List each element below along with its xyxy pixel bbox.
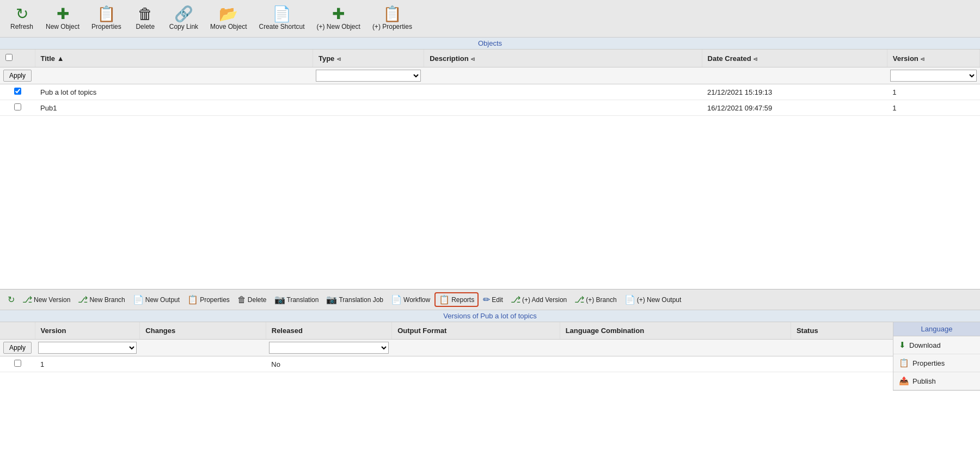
- add-version-icon: ⎇: [511, 294, 520, 305]
- refresh-bottom-icon: ↻: [8, 294, 15, 305]
- vth-checkbox: [0, 322, 35, 340]
- row1-title: Pub a lot of topics: [35, 84, 313, 100]
- refresh-label: Refresh: [10, 23, 33, 30]
- download-icon: ⬇: [899, 340, 906, 350]
- reports-button[interactable]: 📋 Reports: [434, 292, 479, 307]
- download-label: Download: [909, 341, 941, 349]
- new-object-plus-button[interactable]: ✚ (+) New Object: [313, 4, 365, 33]
- row2-checkbox[interactable]: [14, 103, 21, 110]
- lower-table-scroll[interactable]: Version Changes Released Output Format L: [0, 322, 980, 474]
- delete-button[interactable]: 🗑 Delete: [129, 4, 162, 33]
- row1-date: 21/12/2021 15:19:13: [702, 84, 887, 100]
- type-filter-select[interactable]: [316, 70, 420, 82]
- bottom-toolbar: ↻ ⎇ New Version ⎇ New Branch 📄 New Outpu…: [0, 289, 980, 310]
- refresh-icon: ↻: [16, 7, 28, 22]
- vth-released[interactable]: Released: [266, 322, 391, 340]
- move-object-button[interactable]: 📂 Move Object: [206, 4, 251, 33]
- context-menu: Language ⬇ Download 📋 Properties 📤 Publi…: [893, 322, 980, 391]
- row2-description: [424, 100, 702, 116]
- new-object-button[interactable]: ✚ New Object: [41, 4, 84, 33]
- new-object-label: New Object: [46, 23, 79, 30]
- row2-date: 16/12/2021 09:47:59: [702, 100, 887, 116]
- delete-bottom-icon: 🗑: [237, 295, 246, 305]
- reports-icon: 📋: [439, 294, 450, 305]
- create-shortcut-icon: 📄: [272, 7, 291, 22]
- vrow1-output-format: [392, 356, 560, 372]
- cm-properties-label: Properties: [912, 359, 945, 367]
- vth-version[interactable]: Version: [35, 322, 140, 340]
- th-title[interactable]: Title ▲: [35, 50, 313, 67]
- translation-button[interactable]: 📷 Translation: [271, 293, 322, 306]
- copy-link-label: Copy Link: [169, 23, 198, 30]
- apply-button-top[interactable]: Apply: [3, 70, 32, 82]
- upper-table-area: Title ▲ Type ⊲ Description ⊲ Date Create…: [0, 50, 980, 289]
- new-version-label: New Version: [34, 296, 70, 304]
- properties-bottom-button[interactable]: 📋 Properties: [184, 293, 233, 306]
- version-num-filter[interactable]: [38, 342, 137, 354]
- th-description[interactable]: Description ⊲: [424, 50, 702, 67]
- filter-type-cell: [313, 67, 424, 84]
- publish-label: Publish: [912, 377, 936, 385]
- version-filter-select[interactable]: [890, 70, 976, 82]
- th-description-label: Description ⊲: [430, 54, 475, 63]
- objects-table: Title ▲ Type ⊲ Description ⊲ Date Create…: [0, 50, 980, 116]
- vth-output-format[interactable]: Output Format: [392, 322, 560, 340]
- delete-label: Delete: [136, 23, 155, 30]
- th-date-created[interactable]: Date Created ⊲: [702, 50, 887, 67]
- workflow-button[interactable]: 📄 Workflow: [388, 293, 433, 306]
- delete-icon: 🗑: [138, 7, 153, 22]
- refresh-button[interactable]: ↻ Refresh: [5, 4, 38, 33]
- filter-row: Apply: [0, 67, 980, 84]
- workflow-icon: 📄: [391, 294, 402, 305]
- apply-button-bottom[interactable]: Apply: [3, 342, 32, 354]
- vrow1-checkbox[interactable]: [14, 360, 21, 367]
- delete-bottom-button[interactable]: 🗑 Delete: [234, 293, 270, 306]
- context-menu-download[interactable]: ⬇ Download: [893, 336, 980, 354]
- refresh-bottom-button[interactable]: ↻: [4, 293, 18, 306]
- vfilter-changes-cell: [140, 340, 266, 356]
- filter-date-cell: [702, 67, 887, 84]
- filter-title-cell: [35, 67, 313, 84]
- context-menu-publish[interactable]: 📤 Publish: [893, 372, 980, 390]
- reports-label: Reports: [451, 296, 474, 304]
- context-menu-header: Language: [893, 322, 980, 336]
- translation-label: Translation: [287, 296, 319, 304]
- table-row[interactable]: Pub1 16/12/2021 09:47:59 1: [0, 100, 980, 116]
- new-version-button[interactable]: ⎇ New Version: [19, 293, 74, 306]
- delete-bottom-label: Delete: [248, 296, 267, 304]
- new-branch-button[interactable]: ⎇ New Branch: [75, 293, 128, 306]
- plus-new-output-label: (+) New Output: [637, 296, 682, 304]
- th-version[interactable]: Version ⊲: [887, 50, 979, 67]
- vth-changes[interactable]: Changes: [140, 322, 266, 340]
- plus-branch-icon: ⎇: [574, 294, 584, 305]
- copy-link-button[interactable]: 🔗 Copy Link: [165, 4, 203, 33]
- new-branch-icon: ⎇: [78, 294, 88, 305]
- select-all-checkbox[interactable]: [5, 54, 13, 61]
- th-type[interactable]: Type ⊲: [313, 50, 424, 67]
- filter-version-cell: [887, 67, 979, 84]
- plus-new-output-button[interactable]: 📄 (+) New Output: [621, 293, 685, 306]
- vfilter-apply-cell: Apply: [0, 340, 35, 356]
- row1-checkbox[interactable]: [14, 88, 21, 95]
- released-filter[interactable]: [269, 342, 388, 354]
- create-shortcut-button[interactable]: 📄 Create Shortcut: [254, 4, 309, 33]
- context-menu-properties[interactable]: 📋 Properties: [893, 354, 980, 372]
- new-object-plus-icon: ✚: [332, 7, 345, 22]
- translation-job-button[interactable]: 📷 Translation Job: [323, 293, 387, 306]
- plus-properties-icon: 📋: [383, 7, 402, 22]
- add-version-button[interactable]: ⎇ (+) Add Version: [507, 293, 570, 306]
- vrow1-language: [560, 356, 791, 372]
- plus-branch-button[interactable]: ⎇ (+) Branch: [571, 293, 620, 306]
- properties-button[interactable]: 📋 Properties: [87, 4, 126, 33]
- table-row[interactable]: Pub a lot of topics 21/12/2021 15:19:13 …: [0, 84, 980, 100]
- plus-properties-button[interactable]: 📋 (+) Properties: [368, 4, 416, 33]
- row2-type: [313, 100, 424, 116]
- vth-language-label: Language Combination: [566, 327, 644, 335]
- version-table-row[interactable]: 1 No: [0, 356, 980, 372]
- edit-button[interactable]: ✏ Edit: [480, 293, 506, 306]
- new-output-button[interactable]: 📄 New Output: [130, 293, 183, 306]
- vth-language[interactable]: Language Combination: [560, 322, 791, 340]
- row1-description: [424, 84, 702, 100]
- cm-properties-icon: 📋: [899, 358, 909, 368]
- upper-table-scroll[interactable]: Title ▲ Type ⊲ Description ⊲ Date Create…: [0, 50, 980, 289]
